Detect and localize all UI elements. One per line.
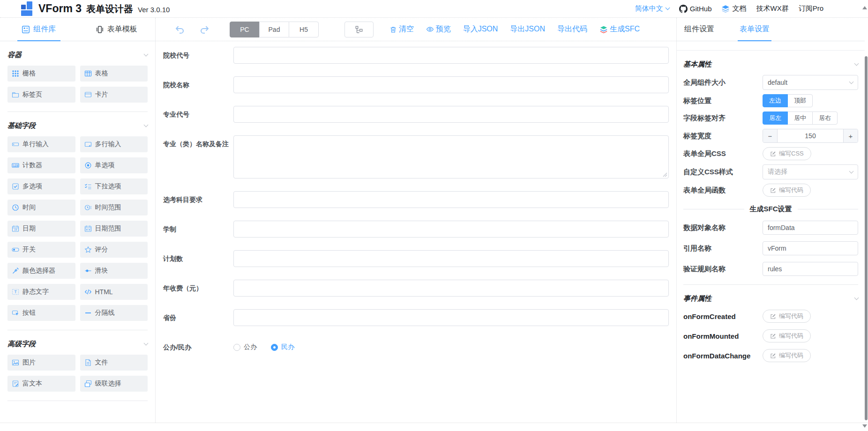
widget-item-button[interactable]: 按钮 [7, 305, 75, 321]
chevron-down-icon [144, 341, 149, 346]
ref-name-input[interactable] [763, 241, 858, 255]
generate-sfc-button[interactable]: 生成SFC [599, 24, 640, 34]
widget-item-time[interactable]: 时间 [7, 200, 75, 216]
widget-item-slider[interactable]: 滑块 [80, 263, 148, 279]
tab-widget-settings[interactable]: 组件设置 [682, 18, 716, 41]
label-position-left[interactable]: 左边 [763, 94, 788, 107]
chevron-down-icon [849, 169, 854, 173]
province-input[interactable] [233, 309, 669, 326]
section-basic-props[interactable]: 基本属性 [683, 60, 858, 69]
data-object-name-input[interactable] [763, 221, 858, 235]
subscribe-pro-link[interactable]: 订阅Pro [799, 4, 823, 13]
study-length-input[interactable] [233, 221, 669, 238]
table-icon [84, 70, 92, 77]
widget-item-table[interactable]: 表格 [80, 66, 148, 82]
export-code-button[interactable]: 导出代码 [557, 24, 587, 34]
widget-item-grid[interactable]: 栅格 [7, 66, 75, 82]
edit-code-button[interactable]: 编写代码 [763, 349, 811, 362]
tab-form-template[interactable]: 表单模板 [78, 18, 156, 41]
import-json-button[interactable]: 导入JSON [463, 24, 498, 34]
divider-icon [84, 309, 92, 317]
widget-item-date-range[interactable]: 日期范围 [80, 221, 148, 237]
docs-link[interactable]: 文档 [721, 4, 746, 13]
label-align-center[interactable]: 居中 [787, 111, 813, 125]
undo-button[interactable] [173, 23, 186, 36]
device-pc-button[interactable]: PC [230, 22, 260, 37]
setting-form-css: 表单全局CSS 编写CSS [683, 147, 858, 160]
widget-item-file[interactable]: 文件 [80, 355, 148, 371]
annual-fee-input[interactable] [233, 280, 669, 297]
component-library-icon [22, 25, 30, 34]
widget-item-switch[interactable]: 开关 [7, 242, 75, 258]
stepper-plus-button[interactable]: + [844, 129, 858, 142]
resize-grip-icon[interactable] [663, 172, 667, 177]
setting-ref-name: 引用名称 [683, 241, 858, 255]
college-name-input[interactable] [233, 76, 669, 93]
github-link[interactable]: GitHub [679, 5, 712, 13]
major-code-input[interactable] [233, 106, 669, 123]
widget-item-tab-page[interactable]: 标签页 [7, 87, 75, 103]
device-h5-button[interactable]: H5 [289, 22, 319, 37]
tab-component-library[interactable]: 组件库 [0, 18, 78, 41]
widget-item-static-text[interactable]: T静态文字 [7, 284, 75, 300]
node-tree-button[interactable] [344, 22, 374, 37]
widget-item-rate[interactable]: 评分 [80, 242, 148, 258]
rules-name-input[interactable] [763, 262, 858, 276]
redo-button[interactable] [199, 23, 211, 36]
label-width-value[interactable]: 150 [777, 129, 844, 142]
svg-text:123: 123 [13, 164, 18, 167]
custom-css-class-select[interactable]: 请选择 [763, 164, 858, 179]
wx-group-link[interactable]: 技术WX群 [756, 4, 788, 13]
widget-item-date[interactable]: 19日期 [7, 221, 75, 237]
tab-page-icon [12, 91, 19, 98]
date-range-icon [84, 225, 92, 232]
widget-item-radio[interactable]: 单选项 [80, 157, 148, 173]
widget-item-cascader[interactable]: 级联选择 [80, 376, 148, 392]
widget-item-picture[interactable]: 图片 [7, 355, 75, 371]
widget-item-select[interactable]: 下拉选项 [80, 178, 148, 194]
label-align-left[interactable]: 居左 [763, 111, 788, 125]
widget-item-single-input[interactable]: 单行输入 [7, 136, 75, 152]
widget-item-divider[interactable]: 分隔线 [80, 305, 148, 321]
widget-item-rich-text[interactable]: 富文本 [7, 376, 75, 392]
section-advanced-fields[interactable]: 高级字段 [7, 340, 148, 349]
widget-item-checkbox[interactable]: 多选项 [7, 178, 75, 194]
setting-custom-css-class: 自定义CSS样式 请选择 [683, 164, 858, 179]
widget-item-time-range[interactable]: 时间范围 [80, 200, 148, 216]
widget-item-multi-input[interactable]: 多行输入 [80, 136, 148, 152]
global-size-select[interactable]: default [763, 75, 858, 90]
scrollbar-up-arrow[interactable] [862, 6, 867, 9]
section-event-props[interactable]: 事件属性 [683, 294, 858, 303]
widget-item-counter[interactable]: 123计数器 [7, 157, 75, 173]
tab-form-settings[interactable]: 表单设置 [738, 18, 771, 41]
device-pad-button[interactable]: Pad [259, 22, 289, 37]
major-name-remark-textarea[interactable] [233, 135, 669, 178]
scrollbar-down-arrow[interactable] [862, 424, 867, 428]
radio-option-private[interactable]: 民办 [271, 343, 294, 351]
language-selector[interactable]: 简体中文 [635, 4, 669, 13]
edit-css-button[interactable]: 编写CSS [763, 147, 811, 160]
export-json-button[interactable]: 导出JSON [510, 24, 545, 34]
scrollbar-thumb[interactable] [865, 56, 868, 420]
form-canvas[interactable]: 院校代号 院校名称 专业代号 专业（类）名称及备注 [156, 41, 676, 423]
plan-count-input[interactable] [233, 250, 669, 267]
subject-requirement-input[interactable] [233, 191, 669, 208]
section-container[interactable]: 容器 [7, 51, 148, 59]
college-code-input[interactable] [233, 47, 669, 64]
edit-code-button[interactable]: 编写代码 [763, 329, 811, 342]
widget-item-html[interactable]: HTML [80, 284, 148, 300]
widget-item-color-picker[interactable]: 颜色选择器 [7, 263, 75, 279]
widget-item-card[interactable]: 卡片 [80, 87, 148, 103]
label-align-right[interactable]: 居右 [812, 111, 838, 125]
radio-option-public[interactable]: 公办 [233, 343, 257, 351]
stepper-minus-button[interactable]: − [763, 129, 777, 142]
form-field-major-name-remark: 专业（类）名称及备注 [163, 135, 669, 178]
clear-button[interactable]: 清空 [389, 24, 414, 34]
preview-button[interactable]: 预览 [426, 24, 451, 34]
edit-code-button[interactable]: 编写代码 [763, 184, 811, 197]
edit-code-button[interactable]: 编写代码 [763, 310, 811, 323]
label-position-top[interactable]: 顶部 [787, 94, 813, 107]
panel-divider [683, 284, 858, 285]
section-basic-fields[interactable]: 基础字段 [7, 121, 148, 130]
panel-divider [677, 50, 865, 51]
